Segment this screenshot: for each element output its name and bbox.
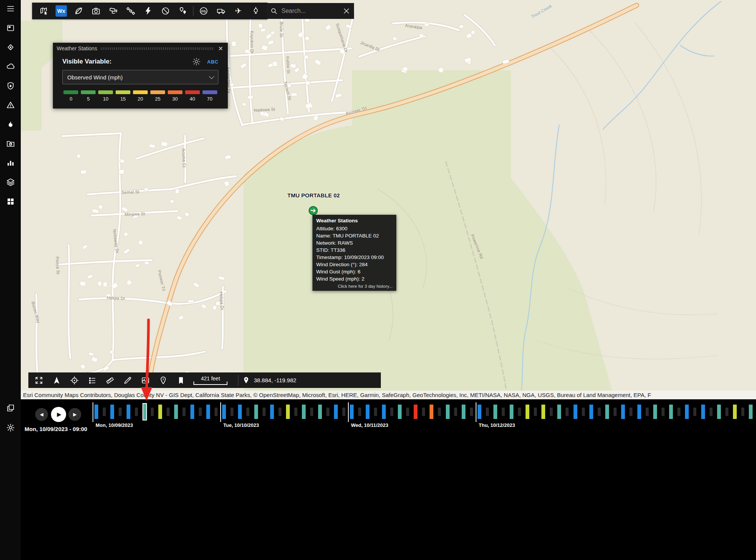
close-panel-button[interactable]: ✕: [217, 45, 224, 52]
timeline-bar[interactable]: [637, 405, 641, 419]
bookmark-button[interactable]: [172, 372, 190, 388]
weather-button[interactable]: [0, 60, 21, 73]
timeline-bar[interactable]: [733, 405, 737, 419]
station-marker[interactable]: [308, 206, 318, 216]
incident-button[interactable]: [0, 41, 21, 54]
timeline-bar[interactable]: [717, 405, 721, 419]
hazard-button[interactable]: [0, 99, 21, 112]
timeline-bar[interactable]: [286, 405, 290, 419]
timeline-bar[interactable]: [174, 405, 178, 419]
menu-button[interactable]: [0, 2, 21, 15]
timeline-tick: [454, 408, 457, 416]
vehicles-button[interactable]: [212, 3, 230, 19]
timeline-tick: [342, 408, 345, 416]
timeline-bar[interactable]: [110, 405, 114, 419]
locate-button[interactable]: [65, 372, 83, 388]
timeline-tick: [310, 408, 313, 416]
resources-button[interactable]: [0, 137, 21, 150]
timeline-bar[interactable]: [94, 405, 98, 419]
timeline-bar[interactable]: [526, 405, 529, 419]
tooltip-history-link[interactable]: Click here for 3 day history...: [316, 284, 393, 289]
basemap-button[interactable]: [136, 372, 154, 388]
balloon-button[interactable]: [247, 3, 264, 19]
search-input[interactable]: [281, 7, 340, 15]
panels-button[interactable]: [0, 22, 21, 34]
timeline-bar[interactable]: [621, 405, 625, 419]
timeline-bar[interactable]: [270, 405, 274, 419]
station-label: TMU PORTABLE 02: [288, 192, 340, 199]
fire-risk-button[interactable]: [0, 79, 21, 92]
apps-grid-icon: [6, 197, 15, 206]
traffic-cameras-button[interactable]: [105, 3, 122, 19]
measure-button[interactable]: [101, 372, 119, 388]
timeline-bar[interactable]: [382, 405, 386, 419]
legend-button[interactable]: [83, 372, 101, 388]
timeline-bar[interactable]: [414, 405, 417, 419]
timeline-bar[interactable]: [462, 405, 465, 419]
location-pin-icon: [242, 376, 250, 384]
settings-button[interactable]: [0, 421, 21, 434]
timeline-tick: [710, 408, 713, 416]
timeline-bar[interactable]: [541, 405, 545, 419]
panel-settings-button[interactable]: [192, 57, 201, 66]
timeline-bar[interactable]: [190, 405, 194, 419]
draw-button[interactable]: [119, 372, 136, 388]
apps-button[interactable]: [0, 195, 21, 208]
timeline-track[interactable]: Mon, 10/09/2023Tue, 10/10/2023Wed, 10/11…: [21, 399, 756, 433]
timeline-bar[interactable]: [557, 405, 561, 419]
active-fire-button[interactable]: [0, 118, 21, 131]
timeline-bar[interactable]: [206, 405, 210, 419]
drag-handle[interactable]: [101, 47, 213, 50]
legend-item: 40: [184, 90, 201, 102]
timeline-bar[interactable]: [478, 405, 481, 419]
timeline-bar[interactable]: [589, 405, 593, 419]
timeline-bar[interactable]: [605, 405, 609, 419]
timeline-tick: [566, 408, 569, 416]
timeline-bar[interactable]: [398, 405, 402, 419]
poi-button[interactable]: [174, 3, 192, 19]
fg-button[interactable]: FG: [195, 3, 212, 19]
timeline-bar[interactable]: [701, 405, 705, 419]
vegetation-button[interactable]: [70, 3, 87, 19]
timeline-bar[interactable]: [302, 405, 306, 419]
timeline-bar[interactable]: [574, 405, 577, 419]
wx-toggle[interactable]: Wx: [53, 3, 70, 19]
lightning-button[interactable]: [139, 3, 157, 19]
timeline-bar[interactable]: [430, 405, 433, 419]
timeline-bar[interactable]: [158, 405, 162, 419]
timeline-bar[interactable]: [510, 405, 513, 419]
aircraft-button[interactable]: ✈: [230, 3, 247, 19]
visible-variable-select[interactable]: Observed Wind (mph): [62, 70, 218, 84]
timeline-bar[interactable]: [446, 405, 450, 419]
restrictions-button[interactable]: [157, 3, 174, 19]
satellite-button[interactable]: [122, 3, 139, 19]
timeline-bar[interactable]: [653, 405, 657, 419]
timeline-bar[interactable]: [669, 405, 673, 419]
clear-search-icon[interactable]: [343, 7, 350, 15]
map-region: Brule StKoyukon DrKulow StSusquehana DrJ…: [21, 0, 756, 391]
timeline-tick: [103, 408, 106, 416]
timeline-bar[interactable]: [350, 405, 354, 419]
labels-toggle-button[interactable]: ABC: [207, 59, 218, 65]
timeline-bar[interactable]: [493, 405, 497, 419]
timeline-bar[interactable]: [222, 405, 226, 419]
timeline-bar[interactable]: [142, 403, 147, 420]
timeline-bar[interactable]: [685, 405, 689, 419]
identify-button[interactable]: ?: [154, 372, 172, 388]
timeline-bar[interactable]: [238, 405, 242, 419]
layers-button[interactable]: [0, 176, 21, 189]
flame-icon: [6, 120, 15, 129]
fullscreen-button[interactable]: [30, 372, 48, 388]
timeline-bar[interactable]: [318, 405, 322, 419]
north-arrow-button[interactable]: [48, 372, 65, 388]
timeline-bar[interactable]: [254, 405, 258, 419]
fg-badge-icon: FG: [199, 6, 208, 16]
cameras-button[interactable]: [87, 3, 105, 19]
map-tools-button[interactable]: [35, 3, 53, 19]
timeline-bar[interactable]: [366, 405, 369, 419]
timeline-bar[interactable]: [749, 405, 753, 419]
charts-button[interactable]: [0, 157, 21, 169]
timeline-bar[interactable]: [127, 405, 130, 419]
timeline-bar[interactable]: [334, 405, 338, 419]
windows-button[interactable]: [0, 402, 21, 414]
